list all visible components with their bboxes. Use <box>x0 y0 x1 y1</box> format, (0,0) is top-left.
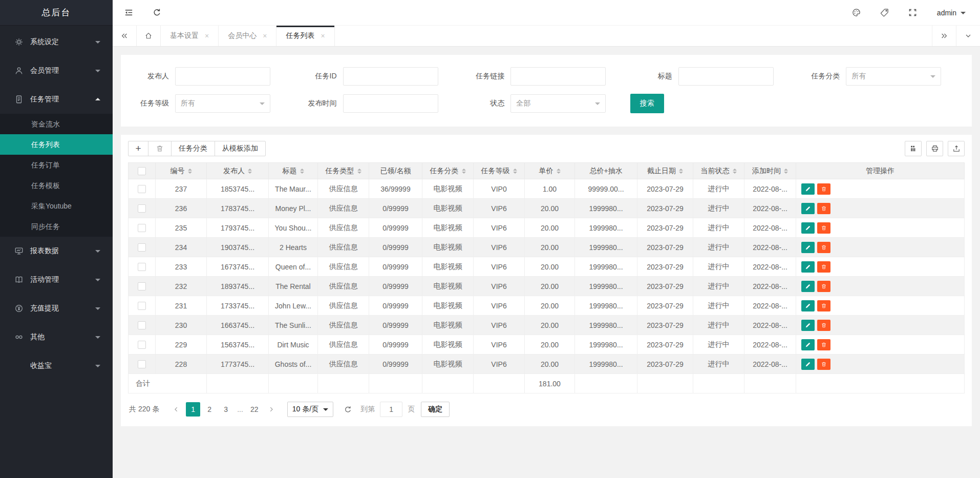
column-header-6[interactable]: 任务等级 <box>474 163 525 179</box>
column-header-8[interactable]: 总价+抽水 <box>575 163 637 179</box>
delete-row-button[interactable] <box>817 320 830 331</box>
select-all-checkbox[interactable] <box>138 167 146 175</box>
row-checkbox[interactable] <box>138 282 146 290</box>
row-checkbox[interactable] <box>138 302 146 310</box>
sidebar-subitem-1[interactable]: 任务列表 <box>0 134 113 155</box>
edit-button[interactable] <box>801 222 815 234</box>
sidebar-item-7[interactable]: 收益宝 <box>0 351 113 380</box>
sidebar-item-3[interactable]: 报表数据 <box>0 237 113 265</box>
row-checkbox[interactable] <box>138 263 146 271</box>
edit-button[interactable] <box>801 281 815 292</box>
palette-icon[interactable] <box>851 8 861 17</box>
column-header-7[interactable]: 单价 <box>525 163 575 179</box>
column-header-12[interactable]: 管理操作 <box>796 163 965 179</box>
refresh-icon[interactable] <box>344 405 352 414</box>
sort-icon[interactable] <box>733 169 737 174</box>
user-menu[interactable]: admin <box>937 9 966 17</box>
column-header-5[interactable]: 任务分类 <box>422 163 474 179</box>
tabs-dropdown-icon[interactable] <box>956 26 980 46</box>
sort-icon[interactable] <box>557 169 561 174</box>
task-category-button[interactable]: 任务分类 <box>171 141 215 156</box>
page-button-2[interactable]: 2 <box>202 402 217 417</box>
row-checkbox[interactable] <box>138 360 146 368</box>
tag-icon[interactable] <box>880 8 889 17</box>
tab-2[interactable]: 任务列表× <box>276 26 334 46</box>
column-header-4[interactable]: 已领/名额 <box>369 163 422 179</box>
delete-row-button[interactable] <box>817 242 830 253</box>
delete-button[interactable] <box>148 141 172 156</box>
collapse-tabs-icon[interactable] <box>113 26 137 46</box>
sidebar-item-4[interactable]: 活动管理 <box>0 265 113 294</box>
add-from-template-button[interactable]: 从模板添加 <box>215 141 266 156</box>
row-checkbox[interactable] <box>138 204 146 213</box>
home-icon[interactable] <box>137 26 161 46</box>
column-header-0[interactable]: 编号 <box>156 163 207 179</box>
sidebar-item-5[interactable]: 充值提现 <box>0 294 113 323</box>
search-button[interactable]: 搜索 <box>630 94 664 113</box>
confirm-button[interactable]: 确定 <box>421 402 450 417</box>
row-checkbox[interactable] <box>138 224 146 232</box>
sidebar-subitem-2[interactable]: 任务订单 <box>0 155 113 175</box>
sidebar-item-6[interactable]: 其他 <box>0 323 113 351</box>
row-checkbox[interactable] <box>138 321 146 329</box>
sidebar-subitem-5[interactable]: 同步任务 <box>0 216 113 237</box>
sort-icon[interactable] <box>462 169 466 174</box>
delete-row-button[interactable] <box>817 261 830 273</box>
sidebar-item-1[interactable]: 会员管理 <box>0 56 113 85</box>
column-header-2[interactable]: 标题 <box>269 163 318 179</box>
column-header-10[interactable]: 当前状态 <box>693 163 744 179</box>
search-select-0-4[interactable]: 所有 <box>846 67 941 86</box>
tab-1[interactable]: 会员中心× <box>219 26 276 46</box>
column-header-11[interactable]: 添加时间 <box>744 163 796 179</box>
close-icon[interactable]: × <box>205 32 209 40</box>
page-button-22[interactable]: 22 <box>247 402 262 417</box>
sidebar-subitem-3[interactable]: 任务模板 <box>0 175 113 196</box>
search-input-0-2[interactable] <box>516 72 600 81</box>
sort-icon[interactable] <box>784 169 788 174</box>
sort-icon[interactable] <box>357 169 361 174</box>
delete-row-button[interactable] <box>817 183 830 195</box>
add-button[interactable]: + <box>128 141 148 156</box>
edit-button[interactable] <box>801 300 815 311</box>
edit-button[interactable] <box>801 359 815 370</box>
export-button[interactable] <box>948 141 965 156</box>
row-checkbox[interactable] <box>138 243 146 252</box>
print-button[interactable] <box>926 141 943 156</box>
search-select-1-0[interactable]: 所有 <box>175 94 270 113</box>
tab-0[interactable]: 基本设置× <box>161 26 219 46</box>
sort-icon[interactable] <box>188 169 192 174</box>
sort-icon[interactable] <box>679 169 683 174</box>
expand-tabs-icon[interactable] <box>932 26 956 46</box>
sort-icon[interactable] <box>513 169 517 174</box>
page-button-3[interactable]: 3 <box>219 402 233 417</box>
delete-row-button[interactable] <box>817 339 830 350</box>
search-input-1-1[interactable] <box>349 99 433 108</box>
sidebar-subitem-0[interactable]: 资金流水 <box>0 114 113 134</box>
row-checkbox[interactable] <box>138 185 146 193</box>
search-select-1-2[interactable]: 全部 <box>510 94 606 113</box>
sidebar-subitem-4[interactable]: 采集Youtube <box>0 196 113 216</box>
column-header-9[interactable]: 截止日期 <box>637 163 693 179</box>
search-input-0-1[interactable] <box>349 72 433 81</box>
edit-button[interactable] <box>801 339 815 350</box>
page-size-select[interactable]: 10 条/页 <box>287 402 333 417</box>
edit-button[interactable] <box>801 203 815 214</box>
sidebar-item-2[interactable]: 任务管理 <box>0 85 113 114</box>
sidebar-item-0[interactable]: 系统设定 <box>0 28 113 56</box>
row-checkbox[interactable] <box>138 341 146 349</box>
column-header-1[interactable]: 发布人 <box>207 163 269 179</box>
delete-row-button[interactable] <box>817 203 830 214</box>
refresh-icon[interactable] <box>152 8 162 17</box>
sort-icon[interactable] <box>300 169 304 174</box>
edit-button[interactable] <box>801 242 815 253</box>
columns-button[interactable] <box>905 141 922 156</box>
column-header-3[interactable]: 任务类型 <box>318 163 369 179</box>
search-input-0-0[interactable] <box>181 72 265 81</box>
edit-button[interactable] <box>801 183 815 195</box>
fullscreen-icon[interactable] <box>908 8 918 17</box>
delete-row-button[interactable] <box>817 281 830 292</box>
close-icon[interactable]: × <box>321 32 325 40</box>
edit-button[interactable] <box>801 261 815 273</box>
delete-row-button[interactable] <box>817 300 830 311</box>
edit-button[interactable] <box>801 320 815 331</box>
